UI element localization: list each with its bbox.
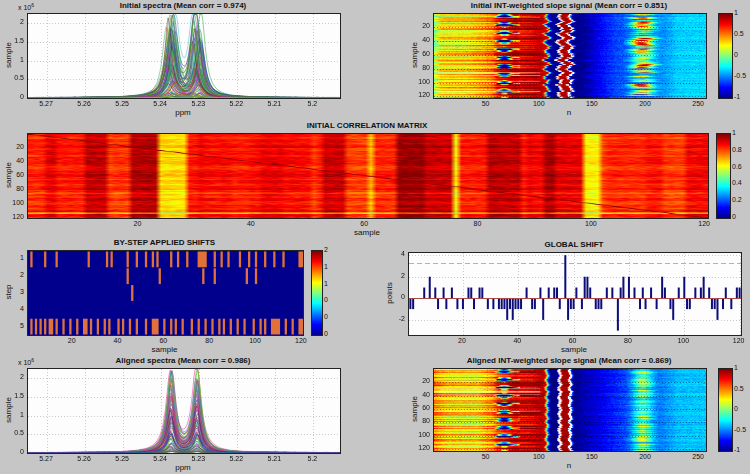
bystep-shifts-plot (27, 250, 304, 336)
bystep-shifts-title: BY-STEP APPLIED SHIFTS (27, 238, 302, 247)
correlation-matrix-colorbar (716, 133, 731, 219)
tick-label: 5.21 (259, 455, 289, 462)
tick-label: -0.5 (734, 426, 750, 433)
tick-label: -2 (379, 315, 405, 322)
tick-label: 1 (0, 254, 24, 261)
tick-label: 100 (668, 337, 698, 344)
tick-label: 5.25 (107, 455, 137, 462)
tick-label: 100 (404, 431, 430, 438)
tick-label: 80 (0, 185, 24, 192)
tick-label: 0 (734, 51, 750, 58)
tick-label: 1 (0, 411, 24, 418)
tick-label: 200 (630, 100, 660, 107)
tick-label: 120 (286, 337, 316, 344)
correlation-matrix-plot (27, 133, 709, 219)
tick-label: 0.4 (732, 179, 750, 186)
tick-label: 60 (404, 404, 430, 411)
tick-label: 1 (732, 129, 750, 136)
tick-label: 60 (148, 337, 178, 344)
tick-label: 0.5 (734, 30, 750, 37)
tick-label: 50 (471, 453, 501, 460)
initial-slope-plot (433, 13, 707, 99)
tick-label: 40 (404, 36, 430, 43)
y-axis-exponent: x 106 (18, 357, 34, 366)
tick-label: 5.27 (31, 455, 61, 462)
initial-spectra-title: Initial spectra (Mean corr = 0.974) (27, 1, 339, 10)
tick-label: 250 (683, 100, 713, 107)
tick-label: 40 (236, 220, 266, 227)
tick-label: 80 (463, 220, 493, 227)
initial-slope-colorbar (718, 13, 733, 99)
tick-label: 5.23 (183, 100, 213, 107)
tick-label: 5.23 (183, 455, 213, 462)
tick-label: 60 (0, 171, 24, 178)
tick-label: 80 (194, 337, 224, 344)
tick-label: 0.8 (732, 146, 750, 153)
tick-label: 120 (404, 91, 430, 98)
tick-label: 5.22 (221, 100, 251, 107)
tick-label: 2 (0, 373, 24, 380)
tick-label: 20 (123, 220, 153, 227)
tick-label: 0.5 (0, 429, 24, 436)
tick-label: 2 (0, 18, 24, 25)
tick-label: 250 (683, 453, 713, 460)
tick-label: 1.5 (0, 392, 24, 399)
tick-label: 120 (404, 444, 430, 451)
tick-label: 1 (734, 364, 750, 371)
tick-label: 20 (447, 337, 477, 344)
tick-label: 5.26 (69, 100, 99, 107)
tick-label: 100 (576, 220, 606, 227)
aligned-spectra-title: Aligned spectra (Mean corr = 0.986) (27, 356, 339, 365)
tick-label: 5.24 (145, 100, 175, 107)
global-shift-xlabel: sample (408, 345, 740, 354)
tick-label: 20 (404, 22, 430, 29)
tick-label: 5.27 (31, 100, 61, 107)
tick-label: 40 (103, 337, 133, 344)
tick-label: 1.5 (0, 37, 24, 44)
tick-label: 80 (404, 417, 430, 424)
tick-label: 0 (324, 296, 346, 303)
aligned-spectra-plot (27, 368, 341, 454)
aligned-slope-title: Aligned INT-weighted slope signal (Mean … (433, 356, 705, 365)
tick-label: 100 (0, 199, 24, 206)
tick-label: 5.22 (221, 455, 251, 462)
tick-label: 0.6 (732, 163, 750, 170)
aligned-slope-xlabel: n (433, 461, 705, 470)
tick-label: 0 (732, 213, 750, 220)
tick-label: 2 (0, 271, 24, 278)
tick-label: 60 (558, 337, 588, 344)
tick-label: 0 (734, 405, 750, 412)
tick-label: 4 (0, 305, 24, 312)
tick-label: 40 (0, 157, 24, 164)
tick-label: 5.2 (297, 100, 327, 107)
tick-label: 3 (0, 288, 24, 295)
tick-label: 5.26 (69, 455, 99, 462)
y-axis-exponent: x 106 (18, 2, 34, 11)
tick-label: 0 (0, 448, 24, 455)
bystep-shifts-xlabel: sample (27, 345, 302, 354)
aligned-slope-colorbar (718, 368, 733, 452)
tick-label: 100 (524, 453, 554, 460)
tick-label: 60 (404, 50, 430, 57)
initial-slope-title: Initial INT-weighted slope signal (Mean … (433, 1, 705, 10)
tick-label: 40 (404, 391, 430, 398)
global-shift-plot (408, 252, 742, 336)
tick-label: 5.2 (297, 455, 327, 462)
tick-label: 0.5 (0, 74, 24, 81)
correlation-matrix-title: INITIAL CORRELATION MATRIX (27, 121, 707, 130)
tick-label: 2 (379, 272, 405, 279)
tick-label: 0.2 (732, 196, 750, 203)
initial-spectra-xlabel: ppm (27, 108, 339, 117)
tick-label: 200 (630, 453, 660, 460)
tick-label: 20 (404, 377, 430, 384)
tick-label: 100 (240, 337, 270, 344)
matlab-figure: Initial spectra (Mean corr = 0.974) x 10… (0, 0, 750, 474)
correlation-matrix-xlabel: sample (27, 228, 707, 237)
global-shift-title: GLOBAL SHIFT (408, 240, 740, 249)
tick-label: 150 (577, 100, 607, 107)
tick-label: 5.25 (107, 100, 137, 107)
tick-label: 100 (404, 78, 430, 85)
tick-label: 120 (724, 337, 750, 344)
tick-label: 1 (324, 280, 346, 287)
bystep-shifts-colorbar (311, 250, 323, 336)
